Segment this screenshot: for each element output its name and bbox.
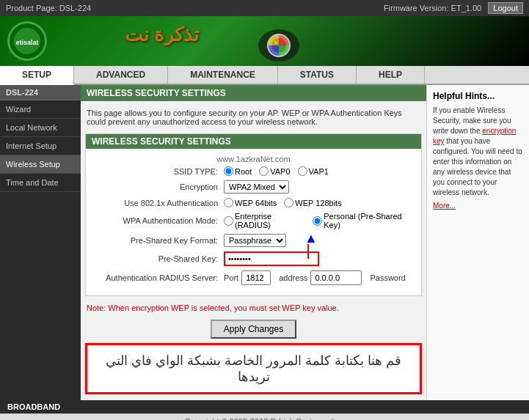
arabic-instruction-box: قم هنا بكتابة كلمة المرور الخاصة بشبكة ا…: [85, 343, 422, 394]
note-text: Note: When encryption WEP is selected, y…: [81, 301, 426, 315]
inner-section-title: WIRELESS SECURITY SETTINGS: [86, 134, 421, 149]
encryption-row: Encryption WPA2 Mixed: [92, 180, 415, 194]
tab-maintenance[interactable]: MAINTENANCE: [168, 66, 278, 84]
radius-port-input[interactable]: [241, 270, 271, 285]
arrow-up-icon: ▲: [304, 231, 318, 246]
tab-setup[interactable]: SETUP: [0, 66, 74, 85]
sidebar-item-internet-setup[interactable]: Internet Setup: [0, 137, 81, 155]
copyright: Copyright © 2005-2012 D-Link Systems, In…: [185, 417, 345, 420]
sidebar-item-local-network[interactable]: Local Network: [0, 119, 81, 137]
psk-input-wrapper: ▲: [224, 251, 319, 266]
wireless-security-form: WIRELESS SECURITY SETTINGS www.1azkraNet…: [85, 133, 422, 296]
psk-format-select[interactable]: Passphrase: [224, 234, 286, 247]
radius-address-label: address: [279, 273, 307, 282]
radius-address-input[interactable]: [310, 270, 362, 285]
intro-text: This page allows you to configure securi…: [81, 106, 426, 129]
psk-format-select-wrapper: Passphrase: [224, 234, 286, 247]
radius-password-label: Password: [370, 273, 405, 282]
wep64-label[interactable]: WEP 64bits: [224, 198, 277, 207]
website-label: www.1azkraNet.com: [92, 155, 415, 163]
wpa-options: Enterprise (RADIUS) Personal (Pre-Shared…: [224, 212, 415, 229]
sidebar: DSL-224 Wizard Local Network Internet Se…: [0, 85, 81, 400]
help-panel: Helpful Hints... If you enable Wireless …: [426, 85, 529, 400]
apply-changes-wrapper: Apply Changes: [81, 320, 426, 339]
bottom-bar: BROADBAND: [0, 400, 529, 413]
svg-text:etisalat: etisalat: [15, 39, 38, 46]
product-label: Product Page: DSL-224: [6, 4, 91, 12]
help-title: Helpful Hints...: [433, 91, 523, 101]
sidebar-item-wizard[interactable]: Wizard: [0, 100, 81, 119]
eye-icon: [257, 25, 301, 67]
ssid-vap0[interactable]: VAP0: [259, 166, 290, 176]
sidebar-header: DSL-224: [0, 85, 81, 100]
auth-row: Use 802.1x Authentication WEP 64bits WEP…: [92, 198, 415, 207]
brand-label: BROADBAND: [7, 402, 60, 411]
auth-label: Use 802.1x Authentication: [92, 199, 224, 207]
ssid-root[interactable]: Root: [224, 166, 252, 176]
help-text1: If you enable Wireless Security, make su…: [433, 106, 523, 198]
enterprise-option[interactable]: Enterprise (RADIUS): [224, 212, 305, 229]
sidebar-item-time-date[interactable]: Time and Date: [0, 174, 81, 192]
logout-button[interactable]: Logout: [488, 2, 523, 14]
main-layout: DSL-224 Wizard Local Network Internet Se…: [0, 85, 529, 400]
radius-port-label: Port: [224, 273, 238, 282]
red-arrow-line: [307, 244, 309, 259]
wep128-label[interactable]: WEP 128bits: [284, 198, 341, 207]
auth-options: WEP 64bits WEP 128bits: [224, 198, 342, 207]
content-area: WIRELESS SECURITY SETTINGS This page all…: [81, 85, 426, 400]
wpa-auth-label: WPA Authentication Mode:: [92, 216, 224, 225]
radius-value: Port address Password: [224, 270, 406, 285]
psk-row: Pre-Shared Key: ▲: [92, 251, 415, 266]
ssid-row: SSID TYPE: Root VAP0 VAP1: [92, 166, 415, 176]
watermark-text: تذكرة نت: [125, 23, 199, 46]
section-title: WIRELESS SECURITY SETTINGS: [81, 85, 426, 101]
tab-status[interactable]: STATUS: [278, 66, 357, 84]
psk-input[interactable]: [224, 251, 319, 266]
radius-label: Authentication RADIUS Server:: [92, 273, 224, 282]
firmware-label: Firmware Version: ET_1.00 Logout: [384, 2, 523, 14]
radius-row: Authentication RADIUS Server: Port addre…: [92, 270, 415, 285]
nav-tabs: SETUP ADVANCED MAINTENANCE STATUS HELP: [0, 66, 529, 85]
logo-icon: etisalat: [7, 21, 47, 61]
footer: Copyright © 2005-2012 D-Link Systems, In…: [0, 413, 529, 420]
wpa-auth-row: WPA Authentication Mode: Enterprise (RAD…: [92, 212, 415, 229]
encryption-select[interactable]: WPA2 Mixed: [224, 180, 289, 194]
psk-format-label: Pre-Shared Key Format:: [92, 236, 224, 245]
personal-option[interactable]: Personal (Pre-Shared Key): [313, 212, 415, 229]
tab-help[interactable]: HELP: [357, 66, 425, 84]
help-more-link[interactable]: More...: [433, 202, 456, 210]
arabic-text: قم هنا بكتابة كلمة المرور الخاصة بشبكة ا…: [106, 353, 401, 384]
sidebar-item-wireless-setup[interactable]: Wireless Setup: [0, 155, 81, 174]
ssid-vap1[interactable]: VAP1: [298, 166, 329, 176]
ssid-options: Root VAP0 VAP1: [224, 166, 329, 176]
apply-changes-button[interactable]: Apply Changes: [211, 320, 296, 339]
encryption-select-wrapper: WPA2 Mixed: [224, 180, 289, 194]
top-bar: Product Page: DSL-224 Firmware Version: …: [0, 0, 529, 16]
header: etisalat etisalat تذكرة نت: [0, 16, 529, 66]
psk-format-row: Pre-Shared Key Format: Passphrase: [92, 234, 415, 247]
ssid-label: SSID TYPE:: [92, 167, 224, 176]
psk-label: Pre-Shared Key:: [92, 254, 224, 263]
encryption-label: Encryption: [92, 183, 224, 191]
tab-advanced[interactable]: ADVANCED: [74, 66, 168, 84]
